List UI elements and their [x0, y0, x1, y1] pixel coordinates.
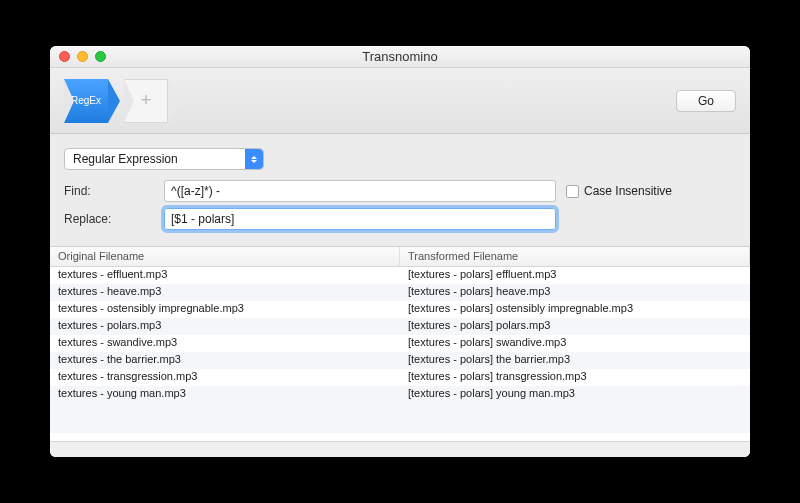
window-controls [50, 51, 106, 62]
mode-select-value: Regular Expression [73, 152, 245, 166]
table-row[interactable]: textures - the barrier.mp3[textures - po… [50, 352, 750, 369]
window-title: Transnomino [50, 49, 750, 64]
add-step-button[interactable]: + [124, 79, 178, 123]
case-insensitive-checkbox[interactable]: Case Insensitive [566, 184, 672, 198]
table-row[interactable]: textures - polars.mp3[textures - polars]… [50, 318, 750, 335]
cell-original: textures - effluent.mp3 [50, 267, 400, 284]
minimize-icon[interactable] [77, 51, 88, 62]
col-original[interactable]: Original Filename [50, 247, 400, 266]
mode-select[interactable]: Regular Expression [64, 148, 264, 170]
replace-input[interactable]: [$1 - polars] [164, 208, 556, 230]
replace-label: Replace: [64, 212, 164, 226]
cell-original: textures - transgression.mp3 [50, 369, 400, 386]
cell-original: textures - polars.mp3 [50, 318, 400, 335]
cell-transformed: [textures - polars] polars.mp3 [400, 318, 750, 335]
go-button[interactable]: Go [676, 90, 736, 112]
find-row: Find: ^([a-z]*) - Case Insensitive [64, 180, 736, 202]
table-row[interactable]: textures - swandive.mp3[textures - polar… [50, 335, 750, 352]
replace-input-value: [$1 - polars] [171, 212, 234, 226]
table-row[interactable]: textures - ostensibly impregnable.mp3[te… [50, 301, 750, 318]
results-table: Original Filename Transformed Filename t… [50, 246, 750, 457]
app-window: Transnomino RegEx + Go Regular Expressio… [50, 46, 750, 457]
checkbox-icon [566, 185, 579, 198]
table-row[interactable]: textures - young man.mp3[textures - pola… [50, 386, 750, 403]
table-row[interactable]: textures - heave.mp3[textures - polars] … [50, 284, 750, 301]
cell-original: textures - ostensibly impregnable.mp3 [50, 301, 400, 318]
cell-transformed: [textures - polars] heave.mp3 [400, 284, 750, 301]
case-checkbox-label: Case Insensitive [584, 184, 672, 198]
col-transformed[interactable]: Transformed Filename [400, 247, 750, 266]
zoom-icon[interactable] [95, 51, 106, 62]
step-regex[interactable]: RegEx [64, 79, 118, 123]
table-row[interactable]: textures - effluent.mp3[textures - polar… [50, 267, 750, 284]
cell-transformed: [textures - polars] ostensibly impregnab… [400, 301, 750, 318]
table-body: textures - effluent.mp3[textures - polar… [50, 267, 750, 441]
close-icon[interactable] [59, 51, 70, 62]
chevron-updown-icon [245, 149, 263, 169]
cell-transformed: [textures - polars] young man.mp3 [400, 386, 750, 403]
find-input[interactable]: ^([a-z]*) - [164, 180, 556, 202]
go-button-label: Go [698, 94, 714, 108]
titlebar: Transnomino [50, 46, 750, 68]
find-label: Find: [64, 184, 164, 198]
cell-transformed: [textures - polars] the barrier.mp3 [400, 352, 750, 369]
cell-transformed: [textures - polars] effluent.mp3 [400, 267, 750, 284]
cell-original: textures - the barrier.mp3 [50, 352, 400, 369]
cell-transformed: [textures - polars] swandive.mp3 [400, 335, 750, 352]
table-header: Original Filename Transformed Filename [50, 247, 750, 267]
cell-original: textures - swandive.mp3 [50, 335, 400, 352]
toolbar: RegEx + Go [50, 68, 750, 134]
table-footer [50, 441, 750, 457]
table-row[interactable]: textures - transgression.mp3[textures - … [50, 369, 750, 386]
cell-original: textures - young man.mp3 [50, 386, 400, 403]
cell-original: textures - heave.mp3 [50, 284, 400, 301]
form-area: Regular Expression Find: ^([a-z]*) - Cas… [50, 134, 750, 246]
replace-row: Replace: [$1 - polars] [64, 208, 736, 230]
find-input-value: ^([a-z]*) - [171, 184, 220, 198]
cell-transformed: [textures - polars] transgression.mp3 [400, 369, 750, 386]
